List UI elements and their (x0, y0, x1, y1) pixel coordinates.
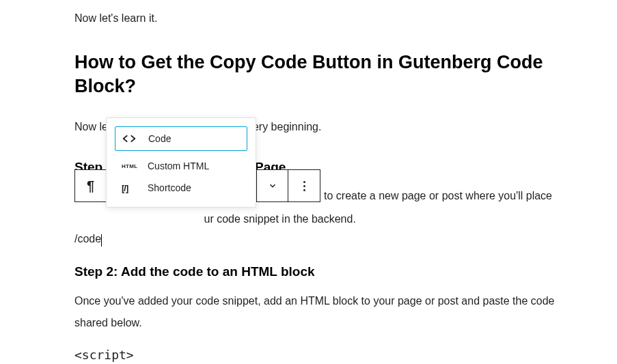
html-icon: HTML (122, 163, 138, 169)
block-option-shortcode[interactable]: [/] Shortcode (115, 177, 247, 199)
block-option-code-label: Code (148, 133, 171, 144)
typed-slash-command[interactable]: /code (74, 233, 101, 245)
more-transforms-button[interactable] (257, 170, 288, 201)
block-type-button[interactable]: ¶ (75, 170, 107, 201)
block-option-custom-html-label: Custom HTML (148, 160, 209, 171)
step1-text-seg3: ur code snippet in the backend. (204, 213, 355, 225)
intro-text: Now let's learn it. (74, 12, 583, 25)
block-inserter-popover: Code HTML Custom HTML [/] Shortcode (106, 117, 256, 208)
step2-body: Once you've added your code snippet, add… (74, 290, 583, 334)
dots-vertical-icon (303, 181, 305, 191)
step2-heading: Step 2: Add the code to an HTML block (74, 264, 583, 279)
code-snippet-line: <script> (74, 348, 583, 362)
code-icon (122, 134, 139, 143)
block-option-custom-html[interactable]: HTML Custom HTML (115, 155, 247, 177)
more-options-button[interactable] (288, 170, 320, 201)
chevron-down-icon (268, 181, 277, 191)
paragraph-icon: ¶ (87, 178, 94, 194)
main-heading: How to Get the Copy Code Button in Guten… (74, 51, 583, 98)
block-option-shortcode-label: Shortcode (148, 182, 191, 193)
block-option-code[interactable]: Code (115, 126, 247, 151)
shortcode-icon: [/] (122, 183, 138, 193)
